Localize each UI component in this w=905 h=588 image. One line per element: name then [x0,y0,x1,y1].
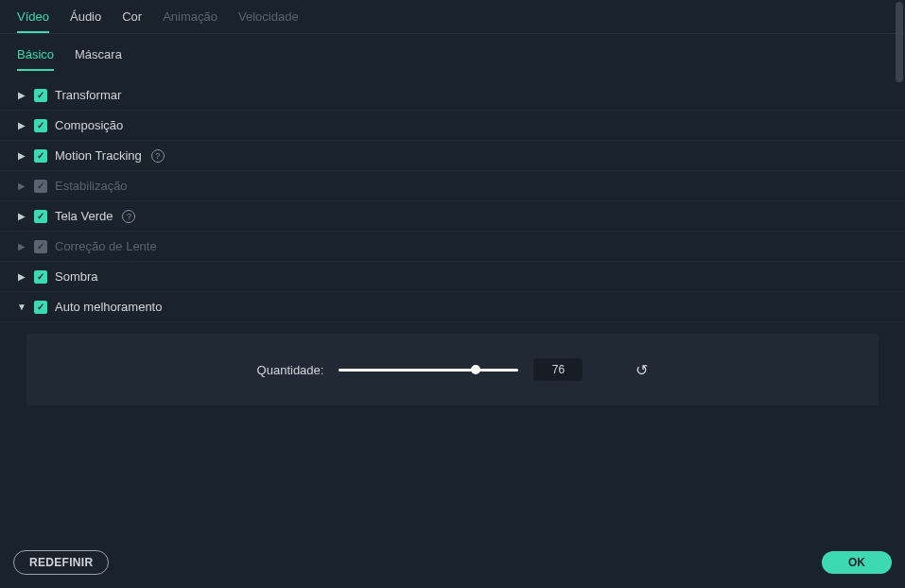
quantity-slider[interactable] [339,369,518,372]
section-label: Auto melhoramento [55,300,162,314]
section-label: Composição [55,118,123,132]
section-transform[interactable]: ▶ ✓ Transformar [0,80,905,111]
checkbox-motion-tracking[interactable]: ✓ [34,149,47,163]
section-label: Estabilização [55,179,128,193]
checkbox-stabilization[interactable]: ✓ [34,180,47,193]
chevron-right-icon: ▶ [17,212,26,221]
chevron-down-icon: ▼ [17,303,26,312]
quantity-value[interactable]: 76 [533,358,583,381]
checkbox-lens-correction[interactable]: ✓ [34,240,47,253]
tab-speed[interactable]: Velocidade [238,9,299,33]
section-label: Motion Tracking [55,148,142,163]
footer: REDEFINIR OK [0,537,905,588]
chevron-right-icon: ▶ [17,182,26,191]
chevron-right-icon: ▶ [17,242,26,251]
tab-color[interactable]: Cor [122,9,142,33]
checkbox-transform[interactable]: ✓ [34,89,47,102]
quantity-label: Quantidade: [257,363,324,377]
tab-audio[interactable]: Áudio [70,9,101,33]
section-stabilization[interactable]: ▶ ✓ Estabilização [0,171,905,201]
auto-enhance-panel: Quantidade: 76 ↺ [26,334,879,406]
section-auto-enhance[interactable]: ▼ ✓ Auto melhoramento [0,292,905,322]
main-tabs: Vídeo Áudio Cor Animação Velocidade [0,0,905,34]
section-motion-tracking[interactable]: ▶ ✓ Motion Tracking ? [0,141,905,171]
section-composition[interactable]: ▶ ✓ Composição [0,111,905,141]
help-icon[interactable]: ? [122,210,135,223]
section-shadow[interactable]: ▶ ✓ Sombra [0,262,905,292]
tab-animation[interactable]: Animação [163,9,218,33]
help-icon[interactable]: ? [151,149,165,163]
ok-button[interactable]: OK [822,551,892,574]
tab-video[interactable]: Vídeo [17,9,49,33]
checkbox-shadow[interactable]: ✓ [34,270,47,284]
chevron-right-icon: ▶ [17,151,26,161]
reset-icon[interactable]: ↺ [635,361,648,379]
sub-tabs: Básico Máscara [0,34,905,71]
subtab-basic[interactable]: Básico [17,47,54,71]
section-label: Transformar [55,88,121,102]
section-label: Sombra [55,269,98,284]
section-label: Correção de Lente [55,239,157,253]
chevron-right-icon: ▶ [17,121,26,130]
chevron-right-icon: ▶ [17,272,26,282]
section-green-screen[interactable]: ▶ ✓ Tela Verde ? [0,201,905,232]
section-label: Tela Verde [55,209,113,223]
section-list: ▶ ✓ Transformar ▶ ✓ Composição ▶ ✓ Motio… [0,71,905,406]
checkbox-composition[interactable]: ✓ [34,119,47,132]
checkbox-auto-enhance[interactable]: ✓ [34,301,47,314]
chevron-right-icon: ▶ [17,91,26,100]
slider-thumb[interactable] [471,365,480,374]
subtab-mask[interactable]: Máscara [75,47,122,71]
scrollbar[interactable] [896,2,903,82]
section-lens-correction[interactable]: ▶ ✓ Correção de Lente [0,232,905,262]
redefine-button[interactable]: REDEFINIR [13,550,109,575]
checkbox-green-screen[interactable]: ✓ [34,210,47,223]
